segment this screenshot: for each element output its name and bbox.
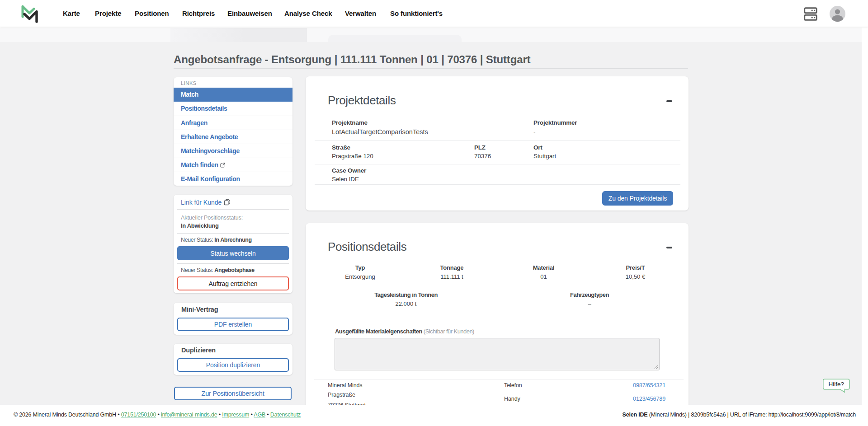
- svg-text:Hilfe?: Hilfe?: [829, 381, 844, 388]
